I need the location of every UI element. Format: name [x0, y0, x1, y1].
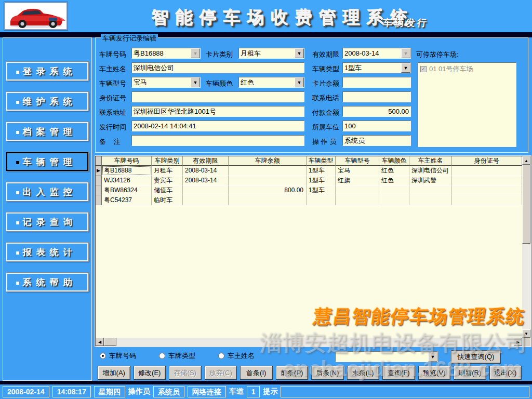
- horizontal-scrollbar[interactable]: ◀ ▶: [96, 338, 522, 346]
- radio-option[interactable]: 车牌号码: [100, 351, 136, 361]
- id-input[interactable]: [131, 91, 304, 102]
- cell-vehicle-color[interactable]: [379, 185, 409, 195]
- table-row[interactable]: ▶ 粤B16888 月租车 2008-03-14 1型车 宝马 红色 深圳电信公…: [96, 166, 522, 176]
- cell-card-type[interactable]: 贵宾车: [152, 176, 183, 185]
- chevron-down-icon[interactable]: ▼: [428, 352, 437, 362]
- sidebar-item[interactable]: 车辆管理: [6, 152, 88, 171]
- row-selector[interactable]: [96, 185, 102, 195]
- action-button[interactable]: 预览(V): [418, 366, 451, 380]
- cell-plate[interactable]: 粤BW86324: [102, 185, 152, 195]
- cell-vehicle-color[interactable]: 红色: [379, 176, 409, 185]
- scroll-right-icon[interactable]: ▶: [514, 338, 522, 346]
- table-row[interactable]: 粤BW86324 储值车 800.00 1型车: [96, 185, 522, 195]
- cell-plate[interactable]: 粤B16888: [102, 166, 152, 176]
- cell-card-type[interactable]: 月租车: [152, 166, 183, 176]
- vertical-scrollbar[interactable]: ▲ ▼: [522, 156, 530, 338]
- payment-input[interactable]: [342, 106, 411, 117]
- parking-lot-item[interactable]: 01 01号停车场: [420, 64, 514, 74]
- sidebar-item[interactable]: 出入监控: [6, 182, 88, 201]
- column-header[interactable]: 车辆型号: [336, 156, 379, 166]
- sidebar-item[interactable]: 维护系统: [6, 92, 88, 111]
- sidebar-item[interactable]: 记录查询: [6, 212, 88, 231]
- column-header[interactable]: 车牌号码: [102, 156, 152, 166]
- cell-card-type[interactable]: 储值车: [152, 185, 183, 195]
- remark-input[interactable]: [131, 135, 304, 146]
- row-selector[interactable]: [96, 195, 102, 205]
- space-input[interactable]: [342, 121, 411, 131]
- row-selector[interactable]: ▶: [96, 166, 102, 176]
- radio-icon[interactable]: [100, 353, 106, 359]
- action-button[interactable]: 刷新(R): [454, 366, 486, 380]
- issue-time-input[interactable]: [131, 121, 304, 131]
- chevron-down-icon[interactable]: ▼: [401, 63, 410, 73]
- cell-balance[interactable]: [229, 176, 307, 185]
- cell-balance[interactable]: [229, 166, 307, 176]
- cell-vehicle-model[interactable]: 宝马: [336, 166, 379, 176]
- cell-vehicle-model[interactable]: [336, 185, 379, 195]
- cell-id[interactable]: [452, 176, 522, 185]
- action-button[interactable]: 修改(E): [134, 366, 166, 380]
- cell-plate[interactable]: 粤C54237: [102, 195, 152, 205]
- cell-vehicle-color[interactable]: [379, 195, 409, 205]
- sidebar-item[interactable]: 登录系统: [6, 62, 88, 81]
- cell-id[interactable]: [452, 166, 522, 176]
- action-button[interactable]: 退出(X): [489, 366, 522, 380]
- column-header[interactable]: 车牌类别: [152, 156, 183, 166]
- phone-input[interactable]: [342, 91, 411, 102]
- column-header[interactable]: 有效期限: [183, 156, 229, 166]
- scroll-left-icon[interactable]: ◀: [96, 338, 104, 346]
- cell-valid-until[interactable]: 2008-03-14: [183, 166, 229, 176]
- cell-vehicle-type[interactable]: [307, 195, 336, 205]
- address-input[interactable]: [131, 106, 304, 117]
- sidebar-item[interactable]: 档案管理: [6, 122, 88, 141]
- scroll-up-icon[interactable]: ▲: [522, 156, 530, 165]
- cell-balance[interactable]: [229, 195, 307, 205]
- sidebar-item[interactable]: 报表统计: [6, 243, 88, 261]
- row-selector[interactable]: [96, 176, 102, 185]
- cell-balance[interactable]: 800.00: [229, 185, 307, 195]
- column-header[interactable]: 车牌余额: [229, 156, 307, 166]
- cell-vehicle-type[interactable]: 1型车: [307, 176, 336, 185]
- action-button[interactable]: 增加(A): [98, 366, 130, 380]
- horizontal-scroll-thumb[interactable]: [104, 338, 116, 346]
- cell-owner[interactable]: 深圳电信公司: [409, 166, 452, 176]
- table-row[interactable]: WJ34126 贵宾车 2008-03-14 1型车 红旗 红色 深圳武警: [96, 176, 522, 185]
- search-input[interactable]: [335, 351, 438, 362]
- action-button[interactable]: 存储(S): [169, 366, 202, 380]
- cell-valid-until[interactable]: [183, 195, 229, 205]
- sidebar-item[interactable]: 系统帮助: [6, 273, 88, 291]
- quick-search-button[interactable]: 快速查询(Q): [451, 350, 501, 364]
- column-header[interactable]: 车主姓名: [409, 156, 452, 166]
- chevron-down-icon[interactable]: ▼: [295, 77, 304, 87]
- cell-valid-until[interactable]: [183, 185, 229, 195]
- radio-icon[interactable]: [159, 353, 165, 359]
- radio-option[interactable]: 车牌类型: [159, 351, 195, 361]
- chevron-down-icon[interactable]: ▼: [191, 48, 200, 58]
- vertical-scroll-thumb[interactable]: [522, 165, 530, 244]
- action-button[interactable]: 前条(P): [276, 366, 309, 380]
- chevron-down-icon[interactable]: ▼: [191, 77, 200, 87]
- cell-card-type[interactable]: 临时车: [152, 195, 183, 205]
- column-header[interactable]: 车辆颜色: [379, 156, 409, 166]
- radio-icon[interactable]: [218, 353, 224, 359]
- action-button[interactable]: 放弃(C): [205, 366, 237, 380]
- cell-owner[interactable]: [409, 185, 452, 195]
- action-button[interactable]: 查询(F): [382, 366, 415, 380]
- cell-id[interactable]: [452, 185, 522, 195]
- table-row[interactable]: 粤C54237 临时车: [96, 195, 522, 205]
- radio-option[interactable]: 车主姓名: [218, 351, 255, 361]
- parking-lots-listbox[interactable]: 01 01号停车场: [418, 62, 516, 147]
- cell-vehicle-color[interactable]: 红色: [379, 166, 409, 176]
- cell-id[interactable]: [452, 195, 522, 205]
- checkbox-icon[interactable]: [420, 66, 427, 72]
- action-button[interactable]: 后条(N): [311, 366, 344, 380]
- operator-input[interactable]: [342, 135, 411, 146]
- cell-vehicle-model[interactable]: [336, 195, 379, 205]
- action-button[interactable]: 末条(L): [347, 366, 380, 380]
- chevron-down-icon[interactable]: ▼: [295, 48, 304, 58]
- cell-valid-until[interactable]: 2008-03-14: [183, 176, 229, 185]
- column-header[interactable]: 车辆类型: [307, 156, 336, 166]
- cell-owner[interactable]: 深圳武警: [409, 176, 452, 185]
- scroll-down-icon[interactable]: ▼: [522, 329, 530, 338]
- scroll-track[interactable]: [116, 338, 514, 346]
